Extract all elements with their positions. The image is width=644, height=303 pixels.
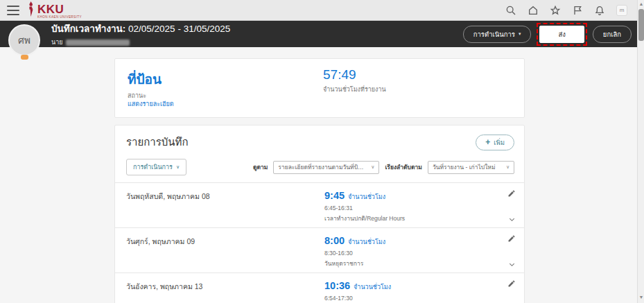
kku-torch-icon [26,1,35,19]
logo-subtitle: KHON KAEN UNIVERSITY [37,16,82,19]
plus-icon: + [485,139,490,146]
entry-type: เวลาทำงานปกติ/Regular Hours [324,214,501,223]
expand-chevron-icon[interactable] [508,261,516,268]
cancel-button[interactable]: ยกเลิก [593,26,632,43]
entry-type: วันหยุดราชการ [324,259,501,268]
sort-by-label: เรียงลำดับตาม [385,162,421,172]
actions-dropdown-button[interactable]: การดำเนินการ ▾ [463,26,532,43]
edit-pencil-icon[interactable] [507,279,516,288]
page-title-label: บันทึกเวลาทำงาน: [51,24,125,34]
entries-card: รายการบันทึก + เพิ่ม การดำเนินการ ∨ ดูตา… [114,125,525,303]
chevron-down-icon: ∨ [506,164,510,170]
table-row: วันศุกร์, พฤษภาคม 09 8:00จำนวนชั่วโมง 8:… [115,227,524,272]
submit-button[interactable]: ส่ง [539,26,584,43]
person-prefix: นาย [51,37,62,47]
edit-pencil-icon[interactable] [507,234,516,243]
profile-avatar[interactable]: m [616,5,627,16]
view-by-label: ดูตาม [253,162,268,172]
page-header: ศพ บันทึกเวลาทำงาน: 02/05/2025 - 31/05/2… [0,21,644,47]
redacted-person-name [66,40,130,46]
add-entry-button[interactable]: + เพิ่ม [476,135,514,150]
home-icon[interactable] [528,5,539,16]
page-title-range: 02/05/2025 - 31/05/2025 [128,24,230,34]
avatar-status-badge [21,55,28,60]
expand-chevron-icon[interactable] [508,216,516,223]
top-bar: KKU KHON KAEN UNIVERSITY m [0,0,644,21]
worker-avatar[interactable]: ศพ [8,24,40,56]
summary-hours-label: จำนวนชั่วโมงที่รายงาน [323,85,386,94]
search-icon[interactable] [505,5,516,16]
entry-hours: 8:00จำนวนชั่วโมง [324,234,501,247]
summary-card: ที่ป้อน สถานะ แสดงรายละเอียด 57:49 จำนวน… [114,58,525,118]
scroll-down-arrow-icon[interactable]: ▼ [638,293,644,302]
entry-date: วันพฤหัสบดี, พฤษภาคม 08 [126,189,324,223]
chevron-down-icon: ∨ [176,164,180,170]
kku-logo[interactable]: KKU KHON KAEN UNIVERSITY [26,1,82,19]
show-details-link[interactable]: แสดงรายละเอียด [128,99,174,109]
entry-date: วันอังคาร, พฤษภาคม 13 [126,279,324,303]
bell-icon[interactable] [594,5,605,16]
entry-time-range: 8:30-16:30 [324,250,501,257]
flag-icon[interactable] [572,5,583,16]
summary-hours-value: 57:49 [323,67,386,83]
table-row: วันอังคาร, พฤษภาคม 13 10:36จำนวนชั่วโมง … [115,272,524,303]
scroll-up-arrow-icon[interactable]: ▲ [638,0,644,8]
summary-status-value: ที่ป้อน [128,69,512,89]
chevron-down-icon: ▾ [519,31,521,37]
chevron-down-icon: ∨ [371,164,374,170]
sort-by-select[interactable]: วันที่รายงาน - เก่าไปใหม่ ∨ [428,161,514,174]
scrollbar-thumb[interactable] [638,9,644,41]
edit-pencil-icon[interactable] [507,189,516,198]
logo-kku-text: KKU [37,3,82,15]
view-by-select[interactable]: รายละเอียดที่รายงานตามวันที่ป้อนข้อมูล ∨ [273,161,379,174]
entries-title: รายการบันทึก [126,134,189,150]
summary-status-label: สถานะ [128,91,512,101]
submit-button-highlight: ส่ง [537,23,586,46]
entries-actions-dropdown[interactable]: การดำเนินการ ∨ [126,159,186,175]
page-title: บันทึกเวลาทำงาน: 02/05/2025 - 31/05/2025 [51,21,230,36]
entry-time-range: 6:54-17:30 [324,295,501,302]
entry-date: วันศุกร์, พฤษภาคม 09 [126,234,324,268]
entry-hours: 9:45จำนวนชั่วโมง [324,189,501,202]
star-icon[interactable] [550,5,561,16]
vertical-scrollbar[interactable]: ▲ ▼ [637,0,644,303]
entry-time-range: 6:45-16:31 [324,205,501,211]
entry-hours: 10:36จำนวนชั่วโมง [324,279,501,292]
table-row: วันพฤหัสบดี, พฤษภาคม 08 9:45จำนวนชั่วโมง… [115,182,524,227]
menu-icon[interactable] [7,6,19,15]
